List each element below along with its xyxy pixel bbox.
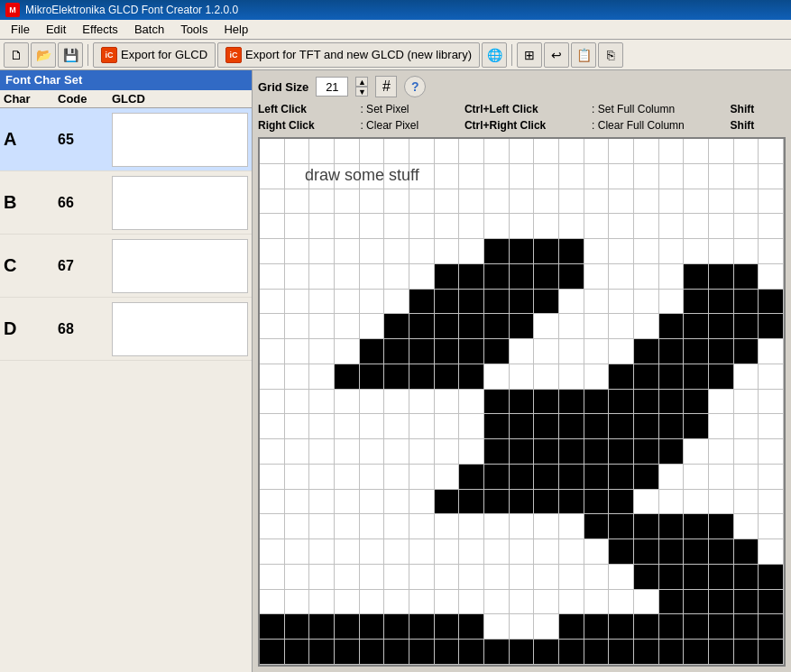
pixel-cell[interactable] (534, 539, 559, 565)
pixel-cell[interactable] (484, 139, 510, 164)
pixel-cell[interactable] (360, 189, 385, 215)
pixel-cell[interactable] (285, 214, 310, 239)
pixel-cell[interactable] (734, 539, 759, 565)
pixel-cell[interactable] (510, 490, 535, 515)
pixel-cell[interactable] (335, 239, 360, 264)
pixel-cell[interactable] (360, 465, 385, 490)
pixel-cell[interactable] (734, 290, 759, 315)
pixel-cell[interactable] (584, 439, 610, 465)
pixel-cell[interactable] (759, 565, 784, 590)
pixel-cell[interactable] (360, 439, 385, 465)
pixel-cell[interactable] (559, 264, 584, 290)
pixel-cell[interactable] (335, 590, 360, 615)
pixel-cell[interactable] (709, 364, 734, 390)
pixel-cell[interactable] (409, 314, 435, 339)
pixel-cell[interactable] (309, 565, 335, 590)
pixel-cell[interactable] (335, 364, 360, 390)
pixel-cell[interactable] (734, 139, 759, 164)
pixel-cell[interactable] (285, 164, 310, 189)
pixel-cell[interactable] (609, 339, 634, 364)
pixel-cell[interactable] (435, 264, 460, 290)
pixel-cell[interactable] (360, 640, 385, 665)
pixel-cell[interactable] (709, 189, 734, 215)
pixel-cell[interactable] (435, 139, 460, 164)
pixel-cell[interactable] (634, 590, 659, 615)
pixel-cell[interactable] (484, 490, 510, 515)
pixel-cell[interactable] (510, 439, 535, 465)
pixel-cell[interactable] (484, 164, 510, 189)
pixel-cell[interactable] (409, 614, 435, 640)
pixel-cell[interactable] (684, 539, 709, 565)
pixel-cell[interactable] (510, 565, 535, 590)
save-button[interactable]: 💾 (58, 42, 83, 68)
pixel-cell[interactable] (435, 465, 460, 490)
char-row[interactable]: D68 (0, 298, 252, 361)
pixel-cell[interactable] (484, 390, 510, 415)
pixel-cell[interactable] (534, 390, 559, 415)
pixel-cell[interactable] (609, 465, 634, 490)
pixel-cell[interactable] (260, 164, 285, 189)
pixel-cell[interactable] (409, 590, 435, 615)
pixel-cell[interactable] (659, 490, 685, 515)
pixel-cell[interactable] (634, 439, 659, 465)
pixel-cell[interactable] (634, 290, 659, 315)
pixel-cell[interactable] (559, 514, 584, 539)
pixel-cell[interactable] (510, 339, 535, 364)
pixel-cell[interactable] (684, 290, 709, 315)
pixel-cell[interactable] (309, 390, 335, 415)
pixel-cell[interactable] (384, 465, 409, 490)
pixel-cell[interactable] (734, 390, 759, 415)
pixel-cell[interactable] (759, 390, 784, 415)
copy2-button[interactable]: ⎘ (598, 42, 623, 68)
pixel-cell[interactable] (734, 490, 759, 515)
pixel-cell[interactable] (510, 214, 535, 239)
pixel-cell[interactable] (559, 314, 584, 339)
pixel-cell[interactable] (584, 214, 610, 239)
pixel-cell[interactable] (409, 539, 435, 565)
pixel-cell[interactable] (659, 164, 685, 189)
pixel-cell[interactable] (510, 514, 535, 539)
grid-size-input[interactable] (316, 77, 348, 97)
pixel-cell[interactable] (384, 214, 409, 239)
pixel-cell[interactable] (435, 590, 460, 615)
help-button[interactable]: ? (404, 76, 426, 97)
pixel-cell[interactable] (409, 514, 435, 539)
pixel-cell[interactable] (684, 264, 709, 290)
pixel-cell[interactable] (360, 565, 385, 590)
pixel-cell[interactable] (759, 364, 784, 390)
pixel-cell[interactable] (384, 614, 409, 640)
pixel-cell[interactable] (260, 390, 285, 415)
pixel-cell[interactable] (459, 139, 484, 164)
pixel-cell[interactable] (459, 290, 484, 315)
pixel-cell[interactable] (709, 490, 734, 515)
pixel-cell[interactable] (659, 214, 685, 239)
pixel-cell[interactable] (609, 189, 634, 215)
pixel-cell[interactable] (534, 239, 559, 264)
pixel-cell[interactable] (360, 164, 385, 189)
pixel-cell[interactable] (285, 339, 310, 364)
pixel-cell[interactable] (659, 239, 685, 264)
pixel-cell[interactable] (309, 189, 335, 215)
pixel-cell[interactable] (260, 539, 285, 565)
pixel-cell[interactable] (559, 539, 584, 565)
pixel-cell[interactable] (709, 339, 734, 364)
menu-item-effects[interactable]: Effects (75, 21, 125, 38)
pixel-cell[interactable] (584, 239, 610, 264)
pixel-cell[interactable] (634, 640, 659, 665)
menu-item-batch[interactable]: Batch (127, 21, 171, 38)
pixel-cell[interactable] (684, 439, 709, 465)
pixel-cell[interactable] (684, 590, 709, 615)
pixel-cell[interactable] (409, 414, 435, 439)
pixel-cell[interactable] (734, 164, 759, 189)
pixel-cell[interactable] (684, 239, 709, 264)
pixel-cell[interactable] (684, 614, 709, 640)
pixel-cell[interactable] (309, 439, 335, 465)
pixel-cell[interactable] (659, 514, 685, 539)
pixel-cell[interactable] (309, 314, 335, 339)
pixel-cell[interactable] (285, 390, 310, 415)
pixel-cell[interactable] (709, 290, 734, 315)
pixel-cell[interactable] (659, 390, 685, 415)
pixel-cell[interactable] (484, 614, 510, 640)
pixel-cell[interactable] (584, 640, 610, 665)
pixel-cell[interactable] (684, 339, 709, 364)
